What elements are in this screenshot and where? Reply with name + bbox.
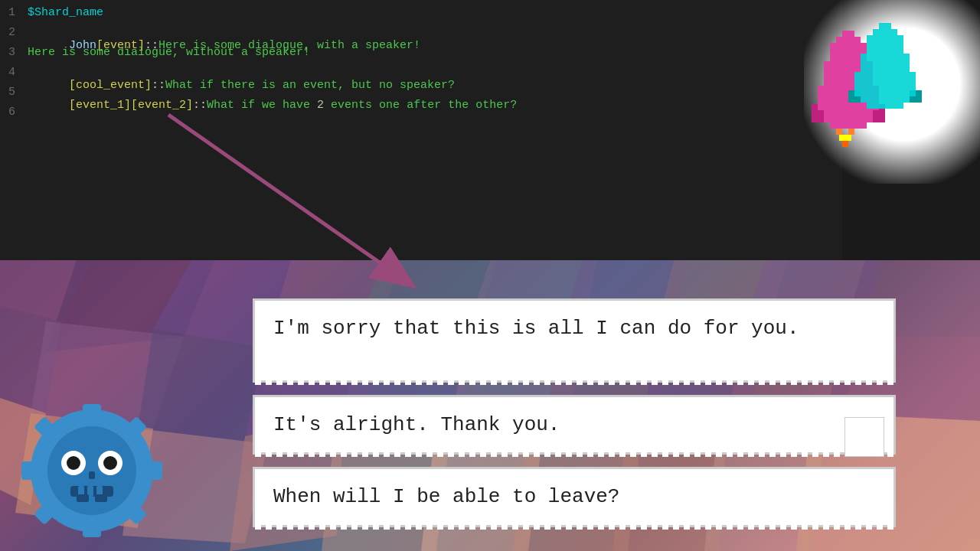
svg-point-86 (47, 426, 136, 515)
svg-rect-96 (77, 494, 89, 502)
line-number-6: 6 (3, 106, 28, 119)
godot-svg (15, 398, 168, 543)
svg-rect-91 (89, 471, 95, 479)
svg-rect-78 (83, 404, 101, 419)
line-5-content: [event_1][event_2]::What if we have 2 ev… (28, 86, 517, 125)
code-line-1: 1 $Shard_name (0, 6, 842, 26)
svg-point-90 (103, 456, 117, 470)
choice-2-text: When will I be able to leave? (273, 485, 619, 508)
svg-rect-80 (21, 461, 37, 480)
choice-1-box[interactable]: It's alright. Thank you. (253, 395, 896, 455)
choice-2-box[interactable]: When will I be able to leave? (253, 467, 896, 527)
svg-rect-60 (873, 29, 897, 35)
svg-rect-61 (867, 35, 903, 41)
svg-rect-52 (824, 116, 873, 122)
white-square-element (844, 417, 884, 457)
svg-rect-54 (836, 129, 842, 135)
svg-rect-58 (842, 141, 848, 147)
line-number-2: 2 (3, 26, 28, 39)
svg-rect-32 (842, 31, 854, 37)
svg-rect-79 (83, 522, 101, 537)
line-3-content: Here is some dialogue, without a speaker… (28, 46, 310, 59)
main-dialogue-box: I'm sorry that this is all I can do for … (253, 298, 896, 383)
dialogue-area: I'm sorry that this is all I can do for … (253, 298, 896, 540)
svg-rect-68 (854, 78, 916, 84)
svg-rect-59 (879, 23, 891, 29)
svg-rect-76 (867, 103, 903, 109)
svg-rect-75 (861, 96, 910, 103)
line-number-1: 1 (3, 6, 28, 19)
code-line-4: 4 [cool_event]::What if there is an even… (0, 66, 842, 86)
svg-point-89 (67, 456, 80, 470)
main-dialogue-text: I'm sorry that this is all I can do for … (273, 317, 799, 340)
svg-rect-48 (873, 110, 885, 116)
svg-rect-33 (836, 37, 861, 43)
line-number-4: 4 (3, 66, 28, 79)
line-1-content: $Shard_name (28, 6, 103, 19)
rocket-svg (766, 0, 980, 222)
svg-rect-66 (861, 66, 910, 72)
svg-rect-73 (910, 96, 922, 103)
line-number-5: 5 (3, 86, 28, 99)
code-line-2: 2 John[event]::Here is some dialogue, wi… (0, 26, 842, 46)
svg-rect-67 (854, 72, 916, 78)
svg-rect-62 (867, 41, 903, 47)
svg-rect-53 (830, 122, 867, 129)
svg-rect-69 (854, 84, 916, 90)
svg-rect-45 (812, 110, 824, 116)
line-number-3: 3 (3, 46, 28, 59)
svg-rect-74 (854, 90, 916, 96)
svg-rect-56 (839, 135, 845, 141)
svg-rect-81 (147, 461, 162, 480)
svg-rect-64 (861, 54, 910, 60)
rocket-logo (766, 0, 980, 222)
svg-rect-57 (845, 135, 851, 141)
svg-rect-63 (867, 47, 903, 54)
svg-rect-97 (95, 494, 107, 502)
choice-1-text: It's alright. Thank you. (273, 413, 560, 436)
svg-rect-65 (861, 60, 910, 66)
code-editor: 1 $Shard_name 2 John[event]::Here is som… (0, 0, 842, 260)
svg-rect-55 (848, 129, 854, 135)
godot-logo (15, 398, 168, 543)
svg-rect-71 (848, 96, 861, 103)
code-line-5: 5 [event_1][event_2]::What if we have 2 … (0, 86, 842, 106)
svg-rect-34 (830, 43, 867, 49)
svg-rect-51 (824, 110, 873, 116)
